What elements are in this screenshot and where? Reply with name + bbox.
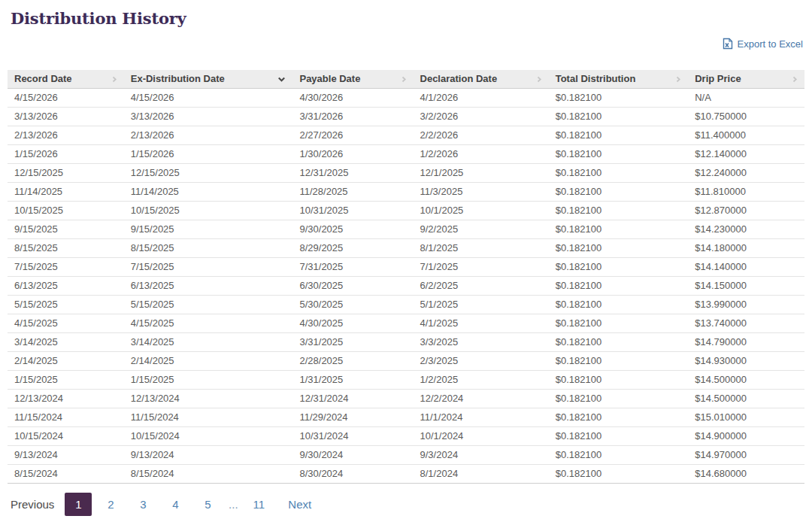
table-row: 10/15/202510/15/202510/31/202510/1/2025$…	[8, 202, 804, 220]
table-cell: 12/31/2025	[292, 164, 413, 183]
table-row: 9/13/20249/13/20249/30/20249/3/2024$0.18…	[8, 446, 804, 465]
table-cell: 8/1/2024	[414, 465, 549, 484]
table-cell: $14.930000	[688, 352, 804, 371]
table-cell: 1/15/2026	[124, 145, 293, 164]
export-to-excel-link[interactable]: Export to Excel	[723, 38, 803, 50]
table-cell: 1/15/2026	[8, 145, 124, 164]
table-cell: $14.150000	[688, 277, 804, 296]
table-cell: $0.182100	[549, 239, 689, 258]
page-button-4[interactable]: 4	[162, 493, 189, 516]
table-cell: 1/2/2025	[414, 371, 549, 390]
table-cell: 3/2/2026	[414, 108, 549, 126]
page-button-11[interactable]: 11	[245, 493, 272, 516]
table-cell: 3/13/2026	[8, 108, 124, 126]
table-cell: $11.400000	[688, 126, 804, 145]
column-header-ex-distribution-date[interactable]: Ex-Distribution Date	[124, 70, 293, 89]
table-cell: 2/14/2025	[124, 352, 293, 371]
table-cell: 9/2/2025	[414, 220, 549, 239]
table-cell: 12/1/2025	[414, 164, 549, 183]
pagination-ellipsis: ...	[226, 493, 240, 516]
table-cell: 8/30/2024	[292, 465, 413, 484]
column-header-payable-date[interactable]: Payable Date	[292, 70, 413, 89]
table-cell: $11.810000	[688, 183, 804, 202]
table-cell: 8/1/2025	[414, 239, 549, 258]
distribution-history-page: Distribution History Export to Excel Rec…	[0, 0, 812, 516]
table-header-row: Record DateEx-Distribution DatePayable D…	[8, 70, 804, 89]
table-cell: $13.740000	[688, 314, 804, 333]
sort-chevron-icon	[111, 76, 117, 83]
table-row: 8/15/20258/15/20258/29/20258/1/2025$0.18…	[8, 239, 804, 258]
column-label-ex-distribution-date: Ex-Distribution Date	[131, 73, 225, 85]
table-cell: $15.010000	[688, 408, 804, 427]
table-row: 8/15/20248/15/20248/30/20248/1/2024$0.18…	[8, 465, 804, 484]
column-header-total-distribution[interactable]: Total Distribution	[549, 70, 689, 89]
table-cell: $0.182100	[549, 108, 689, 126]
sort-chevron-icon	[675, 76, 681, 83]
table-cell: 11/15/2024	[8, 408, 124, 427]
page-button-2[interactable]: 2	[97, 493, 124, 516]
table-cell: 3/31/2025	[292, 333, 413, 352]
table-cell: 12/31/2024	[292, 390, 413, 408]
table-row: 1/15/20251/15/20251/31/20251/2/2025$0.18…	[8, 371, 804, 390]
previous-page-button[interactable]: Previous	[11, 498, 54, 511]
distribution-history-table: Record DateEx-Distribution DatePayable D…	[8, 70, 804, 484]
table-cell: 9/15/2025	[124, 220, 293, 239]
table-cell: 10/15/2024	[124, 427, 293, 446]
table-cell: $0.182100	[549, 202, 689, 220]
next-page-button[interactable]: Next	[288, 498, 311, 511]
column-label-record-date: Record Date	[14, 73, 72, 85]
table-cell: 11/28/2025	[292, 183, 413, 202]
column-label-declaration-date: Declaration Date	[420, 73, 498, 85]
table-cell: 4/15/2025	[124, 314, 293, 333]
page-button-5[interactable]: 5	[194, 493, 221, 516]
table-cell: 11/1/2024	[414, 408, 549, 427]
table-cell: N/A	[688, 89, 804, 108]
table-cell: 11/14/2025	[8, 183, 124, 202]
table-row: 12/15/202512/15/202512/31/202512/1/2025$…	[8, 164, 804, 183]
table-cell: 10/1/2024	[414, 427, 549, 446]
table-cell: 8/15/2025	[124, 239, 293, 258]
table-cell: $12.870000	[688, 202, 804, 220]
page-button-3[interactable]: 3	[129, 493, 156, 516]
table-cell: 1/31/2025	[292, 371, 413, 390]
table-cell: 5/1/2025	[414, 296, 549, 314]
table-cell: 7/31/2025	[292, 258, 413, 277]
pagination: Previous 12345...11 Next	[8, 493, 804, 516]
table-cell: $14.970000	[688, 446, 804, 465]
table-cell: 5/15/2025	[124, 296, 293, 314]
table-cell: 11/15/2024	[124, 408, 293, 427]
column-header-declaration-date[interactable]: Declaration Date	[414, 70, 549, 89]
table-cell: $0.182100	[549, 390, 689, 408]
table-cell: 10/1/2025	[414, 202, 549, 220]
table-cell: 12/2/2024	[414, 390, 549, 408]
table-cell: 10/31/2025	[292, 202, 413, 220]
table-cell: $0.182100	[549, 277, 689, 296]
table-cell: 10/15/2024	[8, 427, 124, 446]
table-row: 5/15/20255/15/20255/30/20255/1/2025$0.18…	[8, 296, 804, 314]
table-cell: 8/15/2025	[8, 239, 124, 258]
table-cell: 9/15/2025	[8, 220, 124, 239]
table-cell: 4/1/2025	[414, 314, 549, 333]
table-cell: 5/15/2025	[8, 296, 124, 314]
table-row: 7/15/20257/15/20257/31/20257/1/2025$0.18…	[8, 258, 804, 277]
column-header-record-date[interactable]: Record Date	[8, 70, 124, 89]
table-cell: $14.180000	[688, 239, 804, 258]
table-cell: 10/15/2025	[124, 202, 293, 220]
table-cell: 2/14/2025	[8, 352, 124, 371]
table-cell: 12/15/2025	[8, 164, 124, 183]
table-cell: 7/15/2025	[8, 258, 124, 277]
table-cell: $0.182100	[549, 446, 689, 465]
table-cell: 8/15/2024	[124, 465, 293, 484]
table-cell: 1/30/2026	[292, 145, 413, 164]
table-cell: $0.182100	[549, 145, 689, 164]
column-header-drip-price[interactable]: Drip Price	[688, 70, 804, 89]
table-cell: $0.182100	[549, 371, 689, 390]
page-title: Distribution History	[8, 0, 804, 28]
table-cell: $0.182100	[549, 296, 689, 314]
sort-chevron-icon	[536, 76, 542, 83]
table-cell: $0.182100	[549, 220, 689, 239]
page-button-1[interactable]: 1	[65, 493, 92, 516]
table-cell: 4/15/2026	[124, 89, 293, 108]
table-cell: $0.182100	[549, 314, 689, 333]
table-cell: $0.182100	[549, 126, 689, 145]
